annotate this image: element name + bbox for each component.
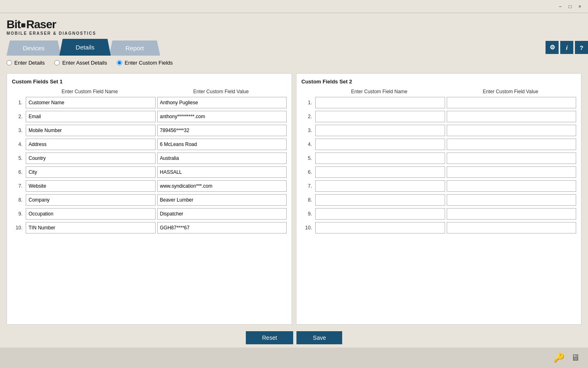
tab-report[interactable]: Report <box>109 40 160 56</box>
field-num: 10. <box>12 225 24 231</box>
panel1-rows: 1. 2. 3. 4. 5. 6. 7. 8. <box>12 97 287 233</box>
tab-details[interactable]: Details <box>59 39 111 56</box>
table-row: 8. <box>301 194 576 206</box>
field-name-input-1[interactable] <box>26 97 156 108</box>
field-name-input-3[interactable] <box>26 125 156 136</box>
panel2-col2-header: Enter Custom Field Value <box>445 89 577 94</box>
field-value-input-p2-10[interactable] <box>447 222 577 233</box>
field-num: 8. <box>12 197 24 203</box>
logo-title: BitRaser <box>7 19 96 30</box>
field-value-input-p2-7[interactable] <box>447 180 577 192</box>
field-value-input-p2-4[interactable] <box>447 139 577 150</box>
field-num: 6. <box>301 169 314 175</box>
field-value-input-5[interactable] <box>157 153 287 164</box>
field-name-input-5[interactable] <box>26 153 156 164</box>
title-bar: − □ × <box>0 0 588 13</box>
save-button[interactable]: Save <box>296 331 342 344</box>
radio-enter-details-label: Enter Details <box>14 60 45 66</box>
field-name-input-4[interactable] <box>26 139 156 150</box>
field-value-input-p2-8[interactable] <box>447 194 577 206</box>
field-value-input-p2-9[interactable] <box>447 208 577 220</box>
field-value-input-2[interactable] <box>157 111 287 122</box>
field-name-input-p2-9[interactable] <box>315 208 445 220</box>
field-name-input-9[interactable] <box>26 208 156 220</box>
field-num: 5. <box>301 155 314 161</box>
field-name-input-p2-4[interactable] <box>315 139 445 150</box>
field-value-input-p2-6[interactable] <box>447 166 577 178</box>
radio-enter-custom-fields[interactable]: Enter Custom Fields <box>117 60 173 66</box>
field-value-input-6[interactable] <box>157 166 287 178</box>
panel1-col2-header: Enter Custom Field Value <box>156 89 287 94</box>
field-num: 2. <box>12 114 24 119</box>
footer: 🔑 🖥 <box>0 348 588 368</box>
table-row: 5. <box>12 153 287 164</box>
field-num: 3. <box>12 128 24 133</box>
field-value-input-8[interactable] <box>157 194 287 206</box>
reset-button[interactable]: Reset <box>246 331 294 344</box>
table-row: 3. <box>301 125 576 136</box>
field-name-input-p2-7[interactable] <box>315 180 445 192</box>
panel2-rows: 1. 2. 3. 4. 5. 6. 7. 8. <box>301 97 576 233</box>
table-row: 4. <box>301 139 576 150</box>
field-name-input-6[interactable] <box>26 166 156 178</box>
radio-enter-details-input[interactable] <box>7 60 12 65</box>
field-name-input-p2-10[interactable] <box>315 222 445 233</box>
field-name-input-p2-8[interactable] <box>315 194 445 206</box>
field-name-input-8[interactable] <box>26 194 156 206</box>
info-button[interactable]: i <box>560 41 573 54</box>
panel2-col1-header: Enter Custom Field Name <box>314 89 445 94</box>
field-name-input-2[interactable] <box>26 111 156 122</box>
field-name-input-7[interactable] <box>26 180 156 192</box>
table-row: 10. <box>301 222 576 233</box>
radio-enter-asset-details-input[interactable] <box>54 60 60 65</box>
radio-enter-asset-details-label: Enter Asset Details <box>62 60 107 66</box>
field-num: 9. <box>12 211 24 217</box>
field-num: 7. <box>301 183 314 189</box>
field-value-input-p2-2[interactable] <box>447 111 577 122</box>
field-num: 5. <box>12 155 24 161</box>
field-value-input-4[interactable] <box>157 139 287 150</box>
bottom-bar: Reset Save <box>0 328 588 348</box>
radio-enter-custom-fields-input[interactable] <box>117 60 122 65</box>
logo-area: BitRaser MOBILE ERASER & DIAGNOSTICS <box>7 19 96 36</box>
field-num: 1. <box>301 100 314 105</box>
settings-button[interactable]: ⚙ <box>546 41 559 54</box>
panel1-headers: Enter Custom Field Name Enter Custom Fie… <box>12 89 287 94</box>
radio-enter-details[interactable]: Enter Details <box>7 60 45 66</box>
field-name-input-p2-3[interactable] <box>315 125 445 136</box>
table-row: 8. <box>12 194 287 206</box>
field-name-input-p2-2[interactable] <box>315 111 445 122</box>
panel1-col1-header: Enter Custom Field Name <box>24 89 156 94</box>
logo-subtitle: MOBILE ERASER & DIAGNOSTICS <box>7 31 96 36</box>
close-button[interactable]: × <box>575 2 585 11</box>
field-name-input-p2-6[interactable] <box>315 166 445 178</box>
field-num: 6. <box>12 169 24 175</box>
table-row: 5. <box>301 153 576 164</box>
maximize-button[interactable]: □ <box>565 2 575 11</box>
field-name-input-p2-1[interactable] <box>315 97 445 108</box>
logo-dot <box>21 23 25 27</box>
help-button[interactable]: ? <box>575 41 588 54</box>
table-row: 7. <box>301 180 576 192</box>
field-num: 7. <box>12 183 24 189</box>
field-value-input-p2-5[interactable] <box>447 153 577 164</box>
field-value-input-10[interactable] <box>157 222 287 233</box>
minimize-button[interactable]: − <box>555 2 565 11</box>
custom-fields-panel-2: Custom Fields Set 2 Enter Custom Field N… <box>296 73 581 325</box>
field-value-input-p2-3[interactable] <box>447 125 577 136</box>
table-row: 6. <box>301 166 576 178</box>
field-value-input-9[interactable] <box>157 208 287 220</box>
field-name-input-p2-5[interactable] <box>315 153 445 164</box>
field-value-input-7[interactable] <box>157 180 287 192</box>
table-row: 4. <box>12 139 287 150</box>
field-value-input-1[interactable] <box>157 97 287 108</box>
field-num: 1. <box>12 100 24 105</box>
field-value-input-3[interactable] <box>157 125 287 136</box>
field-name-input-10[interactable] <box>26 222 156 233</box>
logo-bit: Bit <box>7 18 20 31</box>
tab-row: Devices Details Report ⚙ i ? <box>0 39 588 56</box>
radio-enter-asset-details[interactable]: Enter Asset Details <box>54 60 107 66</box>
field-value-input-p2-1[interactable] <box>447 97 577 108</box>
tab-devices[interactable]: Devices <box>7 40 61 56</box>
table-row: 9. <box>12 208 287 220</box>
